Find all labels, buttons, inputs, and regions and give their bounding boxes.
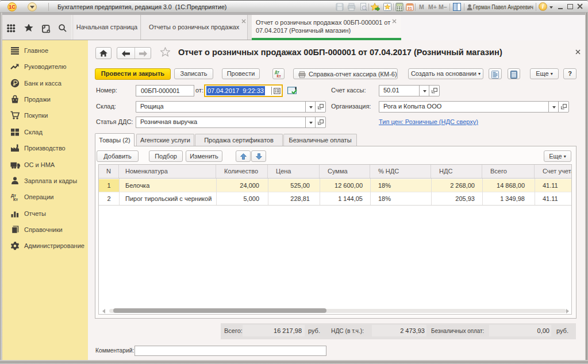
svg-text:M–: M–: [439, 3, 447, 10]
svg-text:Кт: Кт: [277, 74, 281, 78]
svg-text:M+: M+: [428, 3, 437, 10]
svg-text:31: 31: [408, 6, 412, 10]
svg-text:M: M: [419, 3, 424, 10]
svg-text:Кт: Кт: [13, 197, 18, 202]
